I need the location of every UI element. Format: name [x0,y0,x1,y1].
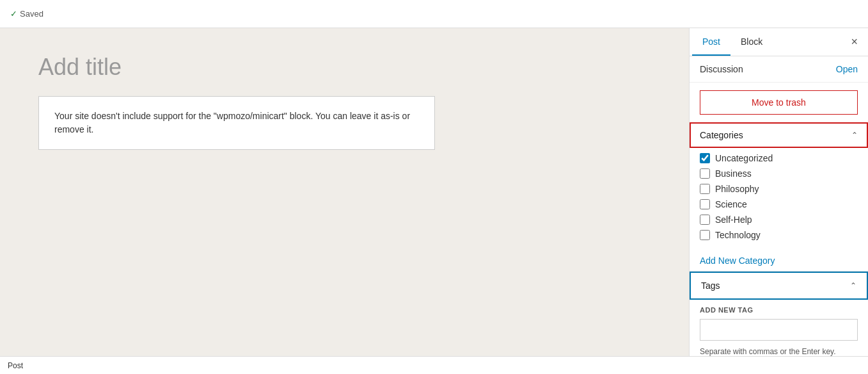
category-label-philosophy: Philosophy [715,184,759,194]
category-label-uncategorized: Uncategorized [715,153,773,163]
category-checkbox-science[interactable] [700,199,710,209]
category-checkbox-technology[interactable] [700,230,710,240]
category-checkbox-uncategorized[interactable] [700,153,710,163]
list-item[interactable]: Self-Help [700,212,858,227]
tags-header[interactable]: Tags ⌃ [690,272,868,300]
top-bar-left: ✓ Saved [10,9,858,19]
status-label: Post [8,361,23,370]
close-button[interactable]: × [843,28,865,56]
list-item[interactable]: Philosophy [700,181,858,197]
status-bar: Post [0,356,868,374]
category-checkbox-selfhelp[interactable] [700,215,710,225]
save-status: ✓ Saved [10,9,43,19]
categories-label: Categories [700,130,743,140]
category-label-technology: Technology [715,230,761,240]
editor-area: Add title Your site doesn't include supp… [0,28,689,356]
list-item[interactable]: Business [700,166,858,181]
category-label-business: Business [715,168,752,179]
categories-section: Categories ⌃ Uncategorized Business Phil… [690,122,868,272]
categories-list: Uncategorized Business Philosophy Scienc… [690,148,868,250]
tags-label: Tags [701,280,720,291]
checkmark-icon: ✓ [10,9,17,19]
sidebar: Post Block × Discussion Open Move to tra… [689,28,868,356]
post-title-placeholder[interactable]: Add title [38,54,651,81]
block-warning-message: Your site doesn't include support for th… [38,96,435,150]
tab-block[interactable]: Block [730,28,773,56]
discussion-label: Discussion [700,64,743,74]
tags-section: Tags ⌃ ADD NEW TAG Separate with commas … [690,272,868,356]
list-item[interactable]: Science [700,197,858,212]
category-label-science: Science [715,199,747,209]
list-item[interactable]: Uncategorized [700,150,858,166]
save-label: Saved [20,9,43,19]
category-label-selfhelp: Self-Help [715,215,752,225]
discussion-row: Discussion Open [690,56,868,83]
add-new-tag-label: ADD NEW TAG [690,300,868,316]
categories-chevron-icon: ⌃ [851,131,858,140]
tags-chevron-icon: ⌃ [850,281,856,290]
add-new-category-button[interactable]: Add New Category [690,250,785,271]
tab-post[interactable]: Post [692,28,730,56]
discussion-value[interactable]: Open [836,64,858,74]
tag-input[interactable] [700,319,858,341]
main-layout: Add title Your site doesn't include supp… [0,28,868,356]
list-item[interactable]: Technology [700,227,858,243]
category-checkbox-business[interactable] [700,168,710,179]
categories-header[interactable]: Categories ⌃ [690,122,868,148]
sidebar-header: Post Block × [690,28,868,56]
sidebar-content: Discussion Open Move to trash Categories… [690,56,868,356]
move-to-trash-button[interactable]: Move to trash [700,90,858,115]
top-bar: ✓ Saved [0,0,868,28]
tag-hint: Separate with commas or the Enter key. [690,343,868,356]
category-checkbox-philosophy[interactable] [700,184,710,194]
